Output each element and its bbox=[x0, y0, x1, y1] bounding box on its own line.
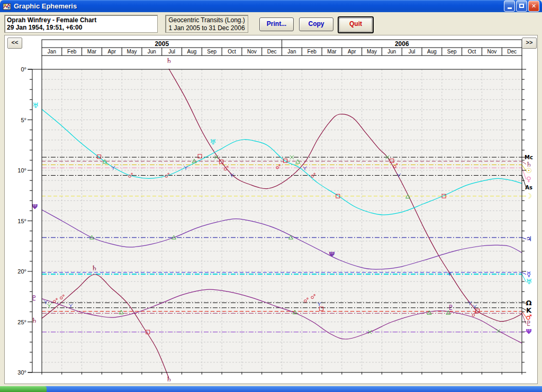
window-title: Graphic Ephemeris bbox=[14, 2, 504, 10]
y-tick-label: 15° bbox=[17, 218, 26, 224]
transit-type: Geocentric Transits (Long.) bbox=[166, 16, 248, 24]
month-label: Jan bbox=[287, 49, 296, 54]
month-label: Jan bbox=[48, 49, 56, 54]
chart-panel: Mc♄☉♀As☽♃☿♅ΩK♂♇Ψ♅♅ΨΨ♄♄♄♄♇♇0°5°10°15°20°2… bbox=[4, 35, 538, 384]
transit-info-box: Geocentric Transits (Long.) 1 Jan 2005 t… bbox=[165, 15, 248, 33]
svg-text:♅: ♅ bbox=[32, 102, 39, 110]
scroll-right-button[interactable]: >> bbox=[522, 38, 537, 49]
y-tick-label: 0° bbox=[21, 66, 26, 72]
month-label: May bbox=[367, 49, 377, 54]
month-label: Apr bbox=[107, 49, 116, 54]
ephemeris-chart: Mc♄☉♀As☽♃☿♅ΩK♂♇Ψ♅♅ΨΨ♄♄♄♄♇♇0°5°10°15°20°2… bbox=[5, 35, 537, 384]
natal-glyph-mercury: ☿ bbox=[527, 270, 531, 278]
month-label: Aug bbox=[427, 49, 437, 54]
y-tick-label: 20° bbox=[17, 268, 26, 275]
chart-info-box: Oprah Winfrey - Female Chart 29 Jan 1954… bbox=[4, 15, 158, 33]
y-tick-label: 5° bbox=[21, 117, 26, 123]
scroll-left-button[interactable]: << bbox=[7, 38, 22, 49]
svg-text:♄: ♄ bbox=[166, 375, 172, 383]
transit-range: 1 Jan 2005 to 31 Dec 2006 bbox=[166, 24, 248, 32]
month-label: Mar bbox=[87, 49, 97, 54]
minimize-button[interactable] bbox=[504, 1, 515, 12]
titlebar: Graphic Ephemeris ✕ bbox=[0, 0, 542, 12]
month-label: Feb bbox=[67, 49, 77, 54]
natal-glyph-ascendant: As bbox=[525, 185, 532, 190]
month-label: Sep bbox=[207, 49, 216, 54]
natal-glyph-jupiter: ♃ bbox=[526, 235, 532, 243]
natal-glyph-pluto: ♇ bbox=[526, 320, 532, 327]
month-label: Jun bbox=[387, 49, 396, 54]
month-label: Mar bbox=[327, 49, 337, 54]
print-button[interactable]: Print... bbox=[259, 17, 294, 31]
month-label: Jul bbox=[409, 49, 415, 54]
natal-glyph-venus: ♀ bbox=[526, 175, 531, 183]
natal-glyph-midheaven: Mc bbox=[525, 154, 533, 160]
chart-name: Oprah Winfrey - Female Chart bbox=[7, 16, 155, 24]
svg-text:♇: ♇ bbox=[448, 304, 454, 312]
month-label: Jun bbox=[148, 49, 156, 54]
quit-button[interactable]: Quit bbox=[338, 16, 374, 33]
svg-text:♄: ♄ bbox=[91, 264, 97, 272]
svg-text:♄: ♄ bbox=[166, 57, 172, 65]
y-tick-label: 25° bbox=[17, 319, 26, 325]
month-label: Sep bbox=[447, 49, 457, 54]
month-label: Aug bbox=[187, 49, 197, 54]
y-tick-label: 30° bbox=[17, 369, 26, 376]
y-tick-label: 10° bbox=[17, 167, 26, 174]
month-label: Dec bbox=[267, 49, 277, 54]
start-button-fragment[interactable] bbox=[0, 386, 47, 392]
restore-button[interactable] bbox=[516, 1, 527, 12]
year-label: 2005 bbox=[155, 40, 169, 48]
month-label: May bbox=[127, 49, 137, 54]
natal-glyph-column: Mc♄☉♀As☽♃☿♅ΩK♂♇Ψ bbox=[525, 154, 533, 335]
month-label: Jul bbox=[168, 49, 175, 54]
month-label: Dec bbox=[507, 49, 517, 54]
year-label: 2006 bbox=[395, 40, 409, 48]
natal-glyph-uranus: ♅ bbox=[526, 278, 532, 286]
month-label: Nov bbox=[247, 49, 257, 54]
copy-button[interactable]: Copy bbox=[299, 17, 333, 31]
svg-text:Ψ: Ψ bbox=[32, 203, 38, 211]
svg-text:Ψ: Ψ bbox=[329, 250, 335, 258]
toolbar: Oprah Winfrey - Female Chart 29 Jan 1954… bbox=[0, 12, 542, 35]
focus-rect bbox=[340, 19, 372, 31]
month-label: Feb bbox=[308, 49, 317, 54]
natal-glyph-neptune: Ψ bbox=[526, 327, 531, 335]
close-button[interactable]: ✕ bbox=[528, 1, 539, 12]
month-label: Oct bbox=[228, 49, 236, 54]
month-label: Nov bbox=[487, 49, 496, 54]
chart-birth-data: 29 Jan 1954, 19:51, +6:00 bbox=[7, 24, 155, 31]
svg-text:♅: ♅ bbox=[210, 138, 216, 146]
natal-glyph-sun: ☉ bbox=[526, 167, 532, 175]
month-label: Oct bbox=[468, 49, 476, 54]
app-icon bbox=[3, 2, 11, 11]
calendar-header: 2005JanFebMarAprMayJunJulAugSepOctNovDec… bbox=[42, 40, 522, 56]
month-label: Apr bbox=[348, 49, 356, 54]
natal-glyph-moon: ☽ bbox=[526, 192, 532, 200]
taskbar bbox=[0, 386, 542, 392]
